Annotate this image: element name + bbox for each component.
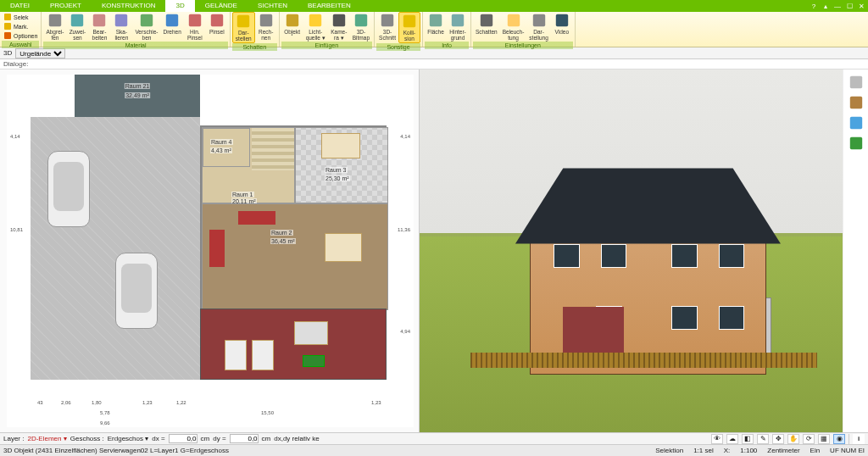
area-button[interactable]: Fläche [425, 12, 447, 36]
room4-area: 4,43 m² [210, 147, 232, 153]
options-icon [3, 31, 12, 40]
svg-rect-28 [849, 137, 861, 149]
mark-button[interactable]: Mark. [3, 22, 37, 31]
brush-button[interactable]: Hin. Pinsel [184, 12, 206, 42]
svg-rect-7 [141, 14, 153, 26]
video-button[interactable]: Video [551, 12, 573, 36]
scissors-icon [47, 13, 63, 28]
ribbon-group-label: Einstellungen [473, 42, 573, 49]
background-button[interactable]: Hinter- grund [447, 12, 469, 42]
dx-input[interactable] [169, 434, 198, 443]
tool-cloud-icon[interactable]: ☁ [726, 434, 738, 444]
garage-area: 32,49 m² [125, 92, 150, 98]
svg-rect-0 [4, 14, 11, 20]
menu-tab-bearbeiten[interactable]: BEARBEITEN [298, 0, 361, 12]
servierwagen-object[interactable] [303, 355, 325, 367]
maximize-icon[interactable]: ☐ [844, 1, 854, 11]
ribbon-group-label: Schatten [232, 43, 277, 51]
dim-left-1: 4,14 [10, 134, 20, 139]
room3-area: 25,30 m² [325, 175, 350, 181]
tool-rotate-icon[interactable]: ⟳ [803, 434, 815, 444]
calc-button[interactable]: Rech- nen [255, 12, 277, 42]
svg-rect-17 [381, 14, 393, 26]
ribbon-group-label: Sonstige [376, 43, 420, 51]
window-3d-6 [671, 306, 698, 330]
edit-button[interactable]: Bear- beiten [88, 12, 110, 42]
object-button[interactable]: Objekt [281, 12, 303, 36]
scissors-button[interactable]: Abgrei- fen [43, 12, 66, 42]
room2-area: 36,45 m² [270, 238, 296, 244]
svg-rect-19 [430, 14, 442, 26]
camera-button[interactable]: Kame- ra ▾ [328, 12, 350, 42]
dim-left-2: 10,81 [10, 227, 23, 232]
chair-icon[interactable] [849, 95, 864, 110]
select-button[interactable]: Selek [3, 13, 37, 21]
view-3d[interactable] [420, 70, 843, 432]
menu-tab-projekt[interactable]: PROJEKT [40, 0, 92, 12]
close-icon[interactable]: ✕ [856, 1, 866, 11]
menu-bar: DATEI PROJEKT KONSTRUKTION 3D GELÄNDE SI… [0, 0, 868, 12]
display-button[interactable]: Dar- stellen [232, 12, 255, 43]
help-icon[interactable]: ? [809, 1, 819, 11]
svg-rect-2 [4, 32, 11, 39]
wall-icon[interactable] [849, 115, 864, 131]
bitmap3d-button[interactable]: 3D- Bitmap [350, 12, 372, 42]
pin-icon[interactable]: ▴ [821, 1, 831, 11]
lighting-icon [506, 13, 521, 28]
tool-target-icon[interactable]: ◉ [833, 434, 845, 444]
svg-rect-24 [556, 14, 568, 26]
options-button[interactable]: Optionen [3, 31, 37, 40]
move-button[interactable]: Verschie- ben [132, 12, 160, 42]
svg-rect-21 [481, 14, 492, 26]
light-button[interactable]: Licht- quelle ▾ [303, 12, 328, 42]
menu-tab-sichten[interactable]: SICHTEN [248, 0, 298, 12]
background-icon [450, 13, 465, 28]
layer-combo[interactable]: 2D-Elemen ▾ [27, 435, 66, 442]
svg-rect-25 [849, 76, 861, 88]
svg-rect-12 [259, 14, 271, 26]
svg-rect-15 [333, 14, 345, 26]
rotate-button[interactable]: Drehen [161, 12, 184, 36]
ribbon-group-label: Material [43, 42, 227, 49]
menu-tab-gelaende[interactable]: GELÄNDE [195, 0, 248, 12]
tool-grid-icon[interactable]: ▦ [818, 434, 830, 444]
plan-view-2d[interactable]: Raum 21 32,49 m² Raum 4 4,43 m² Raum 1 2… [0, 70, 420, 432]
tool-nav-icon[interactable]: ✥ [772, 434, 784, 444]
lounger-1 [225, 340, 247, 370]
menu-tab-datei[interactable]: DATEI [0, 0, 40, 12]
tree-icon[interactable] [849, 136, 864, 151]
window-3d-7 [719, 306, 745, 330]
calc-icon [259, 13, 274, 28]
svg-rect-13 [286, 14, 298, 26]
brush2-button[interactable]: Pinsel [206, 12, 228, 36]
menu-tab-konstruktion[interactable]: KONSTRUKTION [92, 0, 166, 12]
svg-rect-22 [507, 14, 519, 26]
tool-hand-icon[interactable]: ✋ [787, 434, 799, 444]
menu-tab-3d[interactable]: 3D [165, 0, 194, 12]
scale-button[interactable]: Ska- lieren [110, 12, 132, 42]
dx-unit: cm [201, 435, 210, 442]
collision-button[interactable]: Kolli- sion [398, 12, 420, 43]
tool-cube-icon[interactable]: ◧ [742, 434, 754, 444]
info-button[interactable]: i [853, 434, 865, 444]
layer-label: Layer : [3, 435, 24, 442]
layer-select[interactable]: Urgelände [15, 48, 65, 58]
shadow-button[interactable]: Schatten [473, 12, 500, 36]
lighting-button[interactable]: Beleuch- tung [500, 12, 527, 42]
minimize-icon[interactable]: — [832, 1, 843, 11]
display2-button[interactable]: Dar- stellung [526, 12, 550, 42]
ribbon-group-label: Info [425, 42, 469, 49]
layers-icon[interactable] [849, 75, 864, 90]
brush-icon [187, 13, 203, 28]
section-button[interactable]: 3D- Schnitt [376, 12, 398, 42]
ribbon-group-einstellungen: SchattenBeleuch- tungDar- stellungVideoE… [471, 12, 576, 47]
status-scale-sel: 1:1 sel [693, 447, 714, 454]
object-icon [285, 13, 300, 28]
floor-combo[interactable]: Erdgeschos ▾ [108, 435, 148, 442]
assign-button[interactable]: Zuwei- sen [66, 12, 88, 42]
tool-brush-icon[interactable]: ✎ [757, 434, 769, 444]
tool-eye-icon[interactable]: 👁 [711, 434, 723, 444]
ribbon-group-schatten: Dar- stellenRech- nenSchatten [231, 12, 280, 47]
edit-icon [92, 13, 107, 28]
dy-input[interactable] [230, 434, 259, 443]
